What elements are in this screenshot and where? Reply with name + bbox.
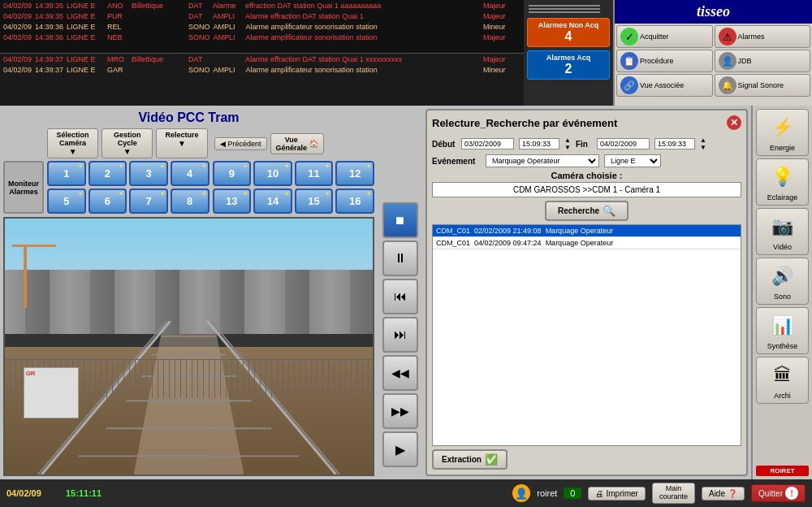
user-icon-circle: 👤 — [512, 484, 530, 502]
bottom-user: roiret — [537, 488, 557, 498]
results-list: CDM_C01 02/02/2009 21:49:08 Marquage Ope… — [432, 224, 741, 446]
spinner-up-icon2[interactable]: ▲▼ — [700, 136, 706, 151]
fin-date-input[interactable] — [597, 138, 650, 150]
bottom-alarms-section: 04/02/0914:39:37LIGNE EMROBillettiqueDAT… — [0, 53, 524, 106]
stop-button[interactable]: ■ — [382, 202, 418, 238]
alarm-table: 04/02/0914:39:35LIGNE EANOBillettiqueDAT… — [0, 0, 524, 106]
fin-label: Fin — [576, 140, 592, 149]
recherche-button[interactable]: Recherche 🔍 — [545, 201, 628, 221]
evenement-select[interactable]: Marquage Operateur — [486, 154, 599, 167]
check-icon: ✓ — [620, 28, 638, 46]
tisseo-logo: tisseo — [615, 0, 812, 24]
pause-button[interactable]: ⏸ — [382, 240, 418, 276]
evenement-label: Evénement — [432, 157, 481, 166]
fin-time-input[interactable] — [654, 138, 695, 150]
play-icon: ▶ — [395, 442, 405, 457]
bottom-bar: 04/02/09 15:11:11 👤 roiret 0 🖨 Imprimer … — [0, 479, 812, 507]
aide-button[interactable]: Aide ❓ — [702, 487, 745, 500]
camera-15-button[interactable]: 15 — [295, 188, 334, 214]
energie-label: Energie — [770, 144, 795, 152]
camera-chosen-value: CDM GAROSSOS >>CDM 1 - Caméra 1 — [432, 182, 741, 197]
play-button[interactable]: ▶ — [382, 431, 418, 467]
eclairage-button[interactable]: 💡 Eclairage — [756, 158, 809, 206]
chevron-down-icon3: ▼ — [178, 139, 186, 148]
next-button[interactable]: ⏭ — [382, 317, 418, 353]
camera-7-button[interactable]: 7 — [129, 188, 168, 214]
sono-button[interactable]: 🔊 Sono — [756, 258, 809, 305]
selection-camera-button[interactable]: SélectionCaméra ▼ — [47, 128, 98, 158]
synthese-button[interactable]: 📊 Synthèse — [756, 307, 809, 354]
gestion-cycle-button[interactable]: GestionCycle ▼ — [102, 128, 153, 158]
alarm-acq-badge[interactable]: Alarmes Acq 2 — [527, 50, 610, 80]
camera-8-button[interactable]: 8 — [171, 188, 209, 214]
signal-sonore-button[interactable]: 🔔 Signal Sonore — [715, 74, 811, 97]
close-relecture-button[interactable]: ✕ — [727, 115, 741, 130]
quitter-label: Quitter — [758, 489, 783, 498]
chevron-down-icon2: ▼ — [123, 147, 132, 156]
rewind-icon: ◀◀ — [391, 366, 409, 379]
vue-generale-button[interactable]: VueGénérale 🏠 — [270, 133, 325, 154]
forward-button[interactable]: ▶▶ — [382, 393, 418, 429]
camera-4-button[interactable]: 4 — [171, 161, 209, 186]
camera-1-button[interactable]: 1 — [47, 161, 86, 186]
camera-14-button[interactable]: 14 — [253, 188, 292, 214]
camera-6-button[interactable]: 6 — [89, 188, 127, 214]
exit-icon: ! — [785, 487, 798, 500]
energie-icon: ⚡ — [767, 113, 799, 142]
top-alarms-section: 04/02/0914:39:35LIGNE EANOBillettiqueDAT… — [0, 0, 524, 53]
extraction-button[interactable]: Extraction ✅ — [432, 449, 508, 470]
camera-9-button[interactable]: 9 — [213, 161, 252, 186]
camera-13-button[interactable]: 13 — [213, 188, 252, 214]
camera-2-button[interactable]: 2 — [89, 161, 127, 186]
result-row-1[interactable]: CDM_C01 02/02/2009 21:49:08 Marquage Ope… — [433, 225, 741, 237]
camera-11-button[interactable]: 11 — [295, 161, 334, 186]
extraction-icon: ✅ — [485, 453, 498, 466]
svg-line-3 — [211, 321, 340, 474]
help-icon: ❓ — [728, 489, 737, 498]
main-courante-button[interactable]: Maincourante — [652, 483, 695, 504]
jdb-label: JDB — [738, 57, 752, 65]
rewind-button[interactable]: ◀◀ — [382, 355, 418, 391]
relecture-button[interactable]: Relecture ▼ — [156, 128, 207, 158]
chevron-down-icon: ▼ — [69, 147, 77, 156]
energie-button[interactable]: ⚡ Energie — [756, 109, 809, 156]
camera-16-button[interactable]: 16 — [335, 188, 374, 214]
quitter-button[interactable]: Quitter ! — [751, 484, 806, 502]
stop-icon: ■ — [395, 212, 404, 229]
bottom-date: 04/02/09 — [6, 488, 59, 498]
prev-button[interactable]: ⏮ — [382, 279, 418, 314]
procedure-icon: 📋 — [620, 52, 638, 70]
debut-time-input[interactable] — [519, 138, 559, 150]
alarm-row: 04/02/0914:39:36LIGNE ERELSONOAMPLIAlarm… — [2, 22, 522, 32]
camera-3-button[interactable]: 3 — [129, 161, 168, 186]
alarm-icon: ⚠ — [719, 28, 736, 46]
spinner-up-icon[interactable]: ▲▼ — [564, 136, 571, 151]
next-icon: ⏭ — [394, 327, 407, 342]
alarm-count-panel: Alarmes Non Acq 4 Alarmes Acq 2 — [524, 0, 613, 106]
result-row-2[interactable]: CDM_C01 04/02/2009 09:47:24 Marquage Ope… — [433, 237, 741, 249]
alarm-non-acq-badge[interactable]: Alarmes Non Acq 4 — [527, 18, 610, 47]
imprimer-button[interactable]: 🖨 Imprimer — [588, 487, 645, 500]
synthese-label: Synthèse — [767, 342, 798, 350]
camera-5-button[interactable]: 5 — [47, 188, 86, 214]
top-right-panel: tisseo ✓ Acquitter ⚠ Alarmes 📋 Procédure… — [613, 0, 812, 106]
eclairage-icon: 💡 — [767, 162, 799, 192]
procedure-button[interactable]: 📋 Procédure — [616, 50, 713, 72]
roiret-logo: ROIRET — [756, 466, 809, 476]
precedent-button[interactable]: ◀ Précédent — [214, 137, 267, 150]
acquitter-button[interactable]: ✓ Acquitter — [616, 25, 713, 48]
vue-associee-button[interactable]: 🔗 Vue Associée — [616, 74, 713, 97]
alarm-row: 04/02/0914:39:35LIGNE EPURDATAMPLIAlarme… — [2, 11, 522, 22]
alarmes-button[interactable]: ⚠ Alarmes — [715, 25, 811, 48]
archi-button[interactable]: 🏛 Archi — [756, 357, 809, 404]
video-preview: GR — [3, 217, 374, 476]
extraction-label: Extraction — [442, 455, 482, 464]
camera-12-button[interactable]: 12 — [335, 161, 374, 186]
ligne-select[interactable]: Ligne E — [604, 154, 661, 167]
debut-date-input[interactable] — [461, 138, 514, 150]
selection-camera-label: SélectionCaméra — [57, 131, 89, 147]
jdb-button[interactable]: 👤 JDB — [715, 50, 811, 72]
video-button[interactable]: 📷 Vidéo — [756, 208, 809, 255]
camera-10-button[interactable]: 10 — [253, 161, 292, 186]
archi-label: Archi — [774, 392, 791, 400]
